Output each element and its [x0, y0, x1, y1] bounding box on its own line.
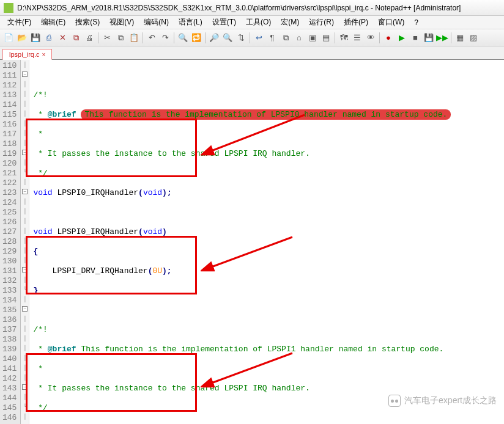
unfold-icon[interactable]: ▤: [320, 32, 332, 44]
replace-icon[interactable]: 🔁: [190, 32, 202, 44]
code-text: /*!: [33, 90, 47, 100]
undo-icon[interactable]: ↶: [146, 32, 158, 44]
copy-icon[interactable]: ⧉: [114, 32, 127, 44]
menu-tools[interactable]: 工具(O): [241, 16, 276, 29]
code-text: *: [33, 130, 43, 139]
close-all-icon[interactable]: ⧉: [70, 32, 82, 44]
monitor-icon[interactable]: 👁: [365, 32, 377, 44]
toolbar-separator: [379, 32, 380, 43]
menu-edit[interactable]: 编辑(E): [36, 16, 70, 29]
redo-icon[interactable]: ↷: [159, 32, 171, 44]
code-text: void: [33, 227, 52, 236]
menu-plugins[interactable]: 插件(P): [339, 16, 373, 29]
code-text: */: [33, 403, 47, 412]
zoom-out-icon[interactable]: 🔍: [221, 32, 234, 44]
menu-view[interactable]: 视图(V): [105, 16, 139, 29]
find-icon[interactable]: 🔍: [177, 32, 189, 44]
sync-icon[interactable]: ⇅: [235, 32, 247, 44]
code-text: LPSPI_DRV_IRQHandler: [33, 266, 147, 276]
toolbar-separator: [335, 32, 335, 43]
menu-file[interactable]: 文件(F): [2, 16, 36, 29]
lang-icon[interactable]: ⌂: [293, 32, 305, 44]
zoom-in-icon[interactable]: 🔎: [208, 32, 220, 44]
code-text: */: [33, 169, 47, 178]
wechat-icon: [388, 395, 401, 407]
watermark-text: 汽车电子expert成长之路: [404, 395, 497, 406]
close-icon[interactable]: ✕: [56, 32, 69, 44]
code-text: *: [33, 364, 43, 373]
code-text: *: [33, 345, 47, 354]
doc-map-icon[interactable]: 🗺: [338, 32, 350, 44]
code-text: }: [33, 286, 38, 295]
menu-window[interactable]: 窗口(W): [373, 16, 409, 29]
play-icon[interactable]: ▶: [396, 32, 408, 44]
window-title: D:\NXP\S32DS_ARM_v2018.R1\S32DS\S32SDK_S…: [17, 4, 461, 12]
save-icon[interactable]: 💾: [29, 32, 42, 44]
func-list-icon[interactable]: ☰: [351, 32, 363, 44]
open-file-icon[interactable]: 📂: [16, 32, 28, 44]
stop-icon[interactable]: ■: [409, 32, 421, 44]
app-icon: [4, 3, 13, 13]
new-file-icon[interactable]: 📄: [2, 32, 15, 44]
code-text: * It passes the instance to the shared L…: [33, 149, 309, 158]
menu-language[interactable]: 语言(L): [174, 16, 207, 29]
code-text: void: [33, 188, 52, 197]
code-text: *: [33, 110, 47, 119]
menu-encoding[interactable]: 编码(N): [139, 16, 174, 29]
fold-column[interactable]: │−│││││││−│└│−│││││││−│└│−│││││││−│└│: [21, 60, 29, 424]
window-titlebar: D:\NXP\S32DS_ARM_v2018.R1\S32DS\S32SDK_S…: [0, 0, 504, 16]
word-wrap-icon[interactable]: ↩: [253, 32, 265, 44]
extra1-icon[interactable]: ▦: [454, 32, 466, 44]
toolbar-separator: [205, 32, 206, 43]
print-icon[interactable]: 🖨: [83, 32, 95, 44]
indent-guide-icon[interactable]: ⧉: [280, 32, 292, 44]
toolbar: 📄 📂 💾 ⎙ ✕ ⧉ 🖨 ✂ ⧉ 📋 ↶ ↷ 🔍 🔁 🔎 🔍 ⇅ ↩ ¶ ⧉ …: [0, 29, 504, 46]
macro-play-icon[interactable]: ▶▶: [436, 32, 448, 44]
record-icon[interactable]: ●: [382, 32, 395, 44]
toolbar-separator: [98, 32, 98, 43]
menu-bar: 文件(F) 编辑(E) 搜索(S) 视图(V) 编码(N) 语言(L) 设置(T…: [0, 16, 504, 29]
code-area[interactable]: /*! * @brief This function is the implem…: [29, 60, 504, 424]
line-number-gutter: 1101111121131141151161171181191201211221…: [0, 60, 21, 424]
cut-icon[interactable]: ✂: [101, 32, 113, 44]
code-text: /*!: [33, 325, 47, 334]
toolbar-separator: [250, 32, 250, 43]
tab-lpspi-irq[interactable]: lpspi_irq.c ×: [2, 49, 52, 60]
show-all-icon[interactable]: ¶: [266, 32, 278, 44]
menu-search[interactable]: 搜索(S): [70, 16, 105, 29]
paste-icon[interactable]: 📋: [128, 32, 140, 44]
tab-label: lpspi_irq.c: [9, 51, 40, 58]
code-text: * It passes the instance to the shared L…: [33, 384, 309, 393]
toolbar-separator: [174, 32, 174, 43]
menu-help[interactable]: ?: [409, 17, 423, 28]
save-all-icon[interactable]: ⎙: [43, 32, 55, 44]
tab-close-icon[interactable]: ×: [42, 51, 46, 58]
menu-settings[interactable]: 设置(T): [207, 16, 241, 29]
code-editor[interactable]: 1101111121131141151161171181191201211221…: [0, 60, 504, 424]
highlighted-text: This function is the implementation of L…: [81, 109, 451, 120]
menu-run[interactable]: 运行(R): [304, 16, 339, 29]
code-text: @brief: [48, 110, 76, 119]
toolbar-separator: [143, 32, 143, 43]
tab-bar: lpspi_irq.c ×: [0, 46, 504, 60]
fold-icon[interactable]: ▣: [306, 32, 319, 44]
extra2-icon[interactable]: ▨: [467, 32, 480, 44]
toolbar-separator: [451, 32, 451, 43]
menu-macro[interactable]: 宏(M): [276, 16, 304, 29]
macro-save-icon[interactable]: 💾: [423, 32, 435, 44]
watermark: 汽车电子expert成长之路: [388, 395, 497, 407]
code-text: {: [33, 247, 38, 256]
